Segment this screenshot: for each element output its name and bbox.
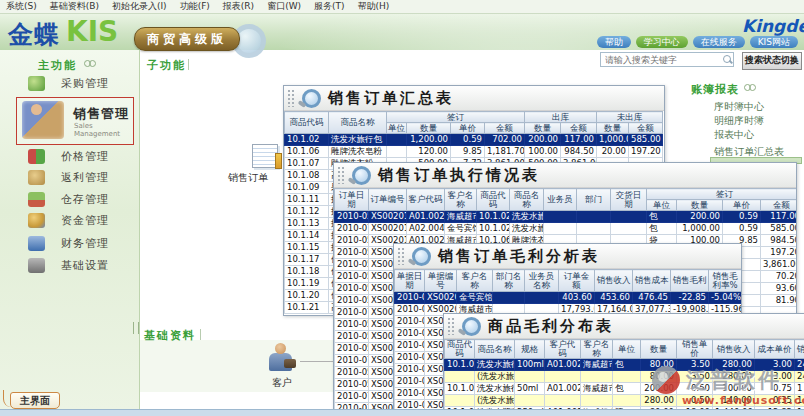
column-header[interactable]: 单据编号: [425, 270, 457, 292]
customer-icon[interactable]: [266, 343, 296, 373]
drag-grip[interactable]: [397, 247, 405, 265]
column-header[interactable]: 商品名称: [329, 112, 387, 134]
column-header[interactable]: 商品名称: [475, 340, 515, 359]
table-row[interactable]: 10.1.02洗发水旅行包1,200.000.59702.00200.00117…: [285, 134, 663, 146]
column-header[interactable]: 数量: [677, 200, 723, 211]
window-title: 销售订单汇总表: [328, 89, 454, 108]
column-header[interactable]: 签订: [647, 189, 798, 200]
column-header[interactable]: 商品代码: [477, 189, 510, 211]
search-icon[interactable]: [723, 55, 731, 63]
sidebar-item-sales[interactable]: 销售管理 Sales Management: [16, 97, 134, 145]
column-header[interactable]: 订单日期: [335, 189, 369, 211]
sales-order-icon-label[interactable]: 销售订单: [228, 171, 268, 185]
sidebar-item-price[interactable]: 价格管理: [0, 146, 140, 167]
column-header[interactable]: 数量: [525, 123, 561, 134]
menu-item-window[interactable]: 窗口(W): [267, 0, 301, 13]
column-header[interactable]: 数量: [597, 123, 629, 134]
column-header[interactable]: 销售收入: [713, 340, 755, 359]
section-divider: [200, 329, 201, 340]
column-header[interactable]: 销售成本: [795, 340, 804, 359]
column-header[interactable]: 客户名称: [457, 270, 493, 292]
column-header[interactable]: 单位: [613, 340, 641, 359]
kis-website-link[interactable]: KIS网站: [750, 36, 798, 48]
search-toggle-button[interactable]: 搜索状态切换: [742, 52, 802, 70]
main-screen-tab[interactable]: 主界面: [10, 392, 60, 409]
sidebar-collapse-handle[interactable]: [133, 322, 139, 334]
column-header[interactable]: 客户名称: [581, 340, 613, 359]
table-cell: [545, 395, 581, 407]
online-service-link[interactable]: 在线服务: [693, 36, 745, 48]
learning-center-link[interactable]: 学习中心: [636, 36, 688, 48]
column-header[interactable]: 客户代码: [545, 340, 581, 359]
column-header[interactable]: 销售毛利: [671, 270, 709, 292]
column-header[interactable]: 交货日期: [611, 189, 647, 211]
column-header[interactable]: 部门名称: [493, 270, 525, 292]
column-header[interactable]: 业务员名称: [525, 270, 559, 292]
column-header[interactable]: 业务员: [544, 189, 577, 211]
sidebar-item-rebate[interactable]: 返利管理: [0, 167, 140, 188]
column-header[interactable]: 签订: [387, 112, 525, 123]
table-row[interactable]: 2010-05-0XS0020100A01.002海威超市10.1.02洗发水旅…: [335, 211, 798, 223]
column-header[interactable]: 未出库: [597, 112, 663, 123]
column-header[interactable]: 商品代码: [285, 112, 329, 134]
column-header[interactable]: 成本单价: [755, 340, 795, 359]
column-header[interactable]: 单位: [647, 200, 677, 211]
column-header[interactable]: 数量: [641, 340, 677, 359]
customer-icon-label[interactable]: 客户: [272, 376, 292, 390]
column-header[interactable]: 单据日期: [395, 270, 425, 292]
column-header[interactable]: 金额: [561, 123, 597, 134]
column-header[interactable]: 金额: [629, 123, 663, 134]
column-header[interactable]: 规格: [515, 340, 545, 359]
window-title-bar[interactable]: 销售订单执行情况表: [334, 163, 796, 188]
sidebar-item-finance[interactable]: 财务管理: [0, 233, 140, 254]
column-header[interactable]: 销售单价: [677, 340, 713, 359]
sales-order-icon[interactable]: [252, 144, 278, 168]
column-header[interactable]: 客户代码: [407, 189, 445, 211]
column-header[interactable]: 商品代码: [445, 340, 475, 359]
kingdee-en-logo: Kingdee: [742, 16, 804, 36]
column-header[interactable]: 销售收入: [595, 270, 633, 292]
column-header[interactable]: 销售毛利率%: [709, 270, 742, 292]
column-header[interactable]: 单价: [451, 123, 485, 134]
menu-item-system[interactable]: 系统(S): [6, 0, 37, 13]
column-header[interactable]: 部门: [577, 189, 611, 211]
panel-link-detail-journal[interactable]: 明细序时簿: [714, 114, 764, 128]
column-header[interactable]: 金额: [485, 123, 525, 134]
window-title-bar[interactable]: 商品毛利分布表: [444, 314, 804, 339]
sidebar-item-label: 资金管理: [61, 213, 109, 228]
menu-item-report[interactable]: 报表(R): [223, 0, 254, 13]
menu-item-function[interactable]: 功能(F): [180, 0, 210, 13]
panel-link-journal-center[interactable]: 序时簿中心: [714, 100, 764, 114]
table-cell: 2010-06-0: [395, 304, 425, 316]
drag-grip[interactable]: [287, 89, 295, 107]
table-row[interactable]: 2010-06-0XS0020100金号宾馆403.60453.60476.45…: [395, 292, 742, 304]
menu-item-basedata[interactable]: 基础资料(B): [50, 0, 99, 13]
column-header[interactable]: 销售成本: [633, 270, 671, 292]
search-input[interactable]: [600, 52, 734, 67]
table-row[interactable]: 2010-07-0XS0020100A02.004金号宾馆10.1.02洗发水旅…: [335, 223, 798, 235]
drag-grip[interactable]: [337, 166, 345, 184]
column-header[interactable]: 单位: [387, 123, 407, 134]
menu-item-init-entry[interactable]: 初始化录入(I): [112, 0, 167, 13]
sidebar-item-capital[interactable]: 资金管理: [0, 210, 140, 231]
table-cell: 包: [613, 383, 641, 395]
sidebar-item-base-setup[interactable]: 基础设置: [0, 255, 140, 276]
column-header[interactable]: 客户名称: [445, 189, 477, 211]
column-header[interactable]: 金额: [761, 200, 798, 211]
menu-item-help[interactable]: 帮助(H): [358, 0, 390, 13]
menu-item-service[interactable]: 服务(T): [314, 0, 345, 13]
column-header[interactable]: 订单金额: [559, 270, 595, 292]
window-title-bar[interactable]: 销售订单汇总表: [284, 86, 664, 111]
column-header[interactable]: 单价: [723, 200, 761, 211]
sidebar-item-purchase[interactable]: 采购管理: [0, 73, 140, 94]
drag-grip[interactable]: [447, 317, 455, 335]
panel-link-report-center[interactable]: 报表中心: [714, 128, 754, 142]
column-header[interactable]: 数量: [407, 123, 451, 134]
column-header[interactable]: 商品名称: [510, 189, 544, 211]
table-row[interactable]: 10.1.06雕牌洗衣皂粉120.009.851,181.70100.00984…: [285, 146, 663, 158]
column-header[interactable]: 订单编号: [369, 189, 407, 211]
sidebar-item-inventory[interactable]: 仓存管理: [0, 189, 140, 210]
column-header[interactable]: 出库: [525, 112, 597, 123]
help-link[interactable]: 帮助: [597, 36, 631, 48]
window-title-bar[interactable]: 销售订单毛利分析表: [394, 244, 741, 269]
